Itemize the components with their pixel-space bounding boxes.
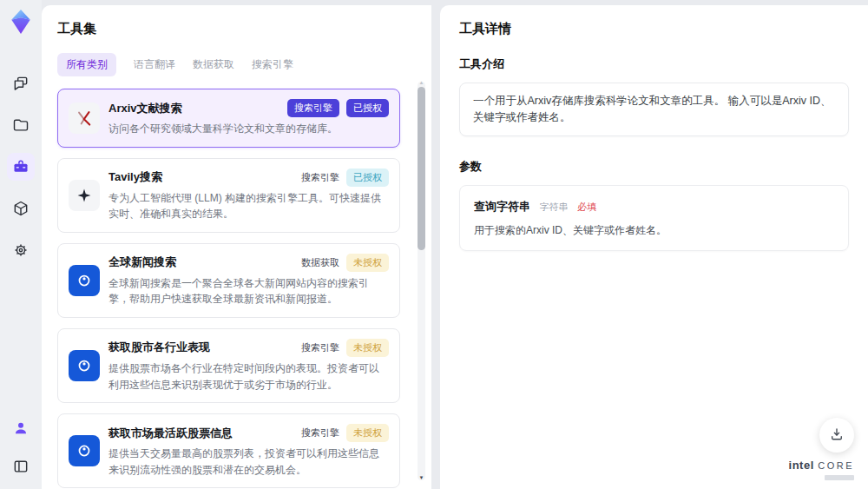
scrollbar[interactable]: ▲ ▼ — [418, 82, 425, 480]
tool-name: Tavily搜索 — [108, 169, 162, 185]
tool-card[interactable]: 获取市场最活跃股票信息搜索引擎未授权提供当天交易量最高的股票列表，投资者可以利用… — [57, 413, 400, 488]
ring-icon — [69, 265, 100, 296]
sidebar-item-files[interactable] — [7, 111, 35, 139]
category-tab[interactable]: 所有类别 — [57, 53, 116, 76]
param-header: 查询字符串 字符串 必填 — [474, 198, 834, 215]
arxiv-icon — [69, 102, 100, 134]
page-title: 工具集 — [57, 21, 419, 37]
tool-status-badge: 未授权 — [346, 339, 389, 357]
ring-icon — [69, 435, 100, 466]
tool-status-badge: 已授权 — [346, 99, 389, 117]
ring-icon — [69, 350, 100, 381]
tool-description: 访问各个研究领域大量科学论文和文章的存储库。 — [108, 121, 389, 137]
tool-description: 专为人工智能代理 (LLM) 构建的搜索引擎工具。可快速提供实时、准确和真实的结… — [108, 190, 389, 222]
tool-description: 全球新闻搜索是一个聚合全球各大新闻网站内容的搜索引擎，帮助用户快速获取全球最新资… — [108, 275, 389, 307]
app-sidebar — [0, 0, 42, 489]
scrollbar-thumb[interactable] — [418, 87, 425, 250]
main-area: 工具集 所有类别语言翻译数据获取搜索引擎 Arxiv文献搜索搜索引擎已授权访问各… — [42, 0, 868, 489]
tool-category-badge: 搜索引擎 — [301, 339, 339, 357]
briefcase-icon — [12, 158, 30, 175]
sidebar-item-settings[interactable] — [7, 236, 35, 264]
user-icon — [12, 420, 30, 437]
tool-intro-box: 一个用于从Arxiv存储库搜索科学论文和文章的工具。 输入可以是Arxiv ID… — [459, 83, 849, 136]
tool-status-badge: 已授权 — [346, 169, 389, 187]
tavily-icon — [69, 180, 100, 211]
core-wordmark: CORE — [818, 460, 854, 471]
sidebar-item-tools[interactable] — [7, 153, 35, 181]
tool-category-badge: 搜索引擎 — [301, 424, 339, 442]
tool-description: 提供当天交易量最高的股票列表，投资者可以利用这些信息来识别流动性强的股票和潜在的… — [108, 446, 389, 478]
cube-icon — [12, 200, 30, 217]
params-heading: 参数 — [459, 159, 849, 175]
sidebar-item-models[interactable] — [7, 195, 35, 222]
tool-card[interactable]: 全球新闻搜索数据获取未授权全球新闻搜索是一个聚合全球各大新闻网站内容的搜索引擎，… — [57, 243, 400, 318]
category-tabs: 所有类别语言翻译数据获取搜索引擎 — [57, 53, 419, 76]
tool-name: Arxiv文献搜索 — [108, 101, 182, 116]
sidebar-item-account[interactable] — [7, 414, 35, 442]
tool-detail-panel: 工具详情 工具介绍 一个用于从Arxiv存储库搜索科学论文和文章的工具。 输入可… — [440, 5, 868, 489]
tool-card[interactable]: 获取股市各行业表现搜索引擎未授权提供股票市场各个行业在特定时间段内的表现。投资者… — [57, 328, 400, 403]
scrollbar-up-arrow-icon[interactable]: ▲ — [418, 80, 425, 85]
tool-name: 获取市场最活跃股票信息 — [108, 426, 233, 441]
param-name: 查询字符串 — [474, 200, 530, 213]
sidebar-nav — [7, 69, 35, 264]
tool-status-badge: 未授权 — [346, 254, 389, 272]
tool-name: 全球新闻搜索 — [108, 254, 176, 270]
category-tab[interactable]: 数据获取 — [193, 53, 234, 76]
tool-category-badge: 搜索引擎 — [301, 169, 339, 187]
tool-category-badge: 搜索引擎 — [287, 99, 339, 117]
param-required-badge: 必填 — [577, 202, 596, 212]
tool-card[interactable]: Tavily搜索搜索引擎已授权专为人工智能代理 (LLM) 构建的搜索引擎工具。… — [57, 158, 400, 233]
download-icon — [829, 426, 845, 445]
app-logo-icon — [8, 9, 34, 35]
tool-description: 提供股票市场各个行业在特定时间段内的表现。投资者可以利用这些信息来识别表现优于或… — [108, 360, 389, 393]
category-tab[interactable]: 搜索引擎 — [252, 53, 293, 76]
chat-icon — [12, 75, 30, 92]
intel-wordmark: intel — [789, 459, 814, 472]
toolset-panel: 工具集 所有类别语言翻译数据获取搜索引擎 Arxiv文献搜索搜索引擎已授权访问各… — [42, 5, 431, 489]
param-type: 字符串 — [539, 202, 568, 212]
tool-card[interactable]: Arxiv文献搜索搜索引擎已授权访问各个研究领域大量科学论文和文章的存储库。 — [57, 89, 400, 148]
intel-core-logo: intel CORE — [789, 457, 854, 480]
tool-list: Arxiv文献搜索搜索引擎已授权访问各个研究领域大量科学论文和文章的存储库。Ta… — [57, 89, 419, 489]
download-button[interactable] — [819, 418, 854, 453]
sidebar-item-chat[interactable] — [7, 69, 35, 97]
folder-icon — [12, 116, 30, 134]
sidebar-item-panel-toggle[interactable] — [7, 453, 35, 480]
gear-icon — [12, 241, 30, 259]
category-tab[interactable]: 语言翻译 — [134, 53, 175, 76]
scrollbar-down-arrow-icon[interactable]: ▼ — [418, 475, 425, 480]
intel-sub-badge — [825, 475, 854, 480]
tool-status-badge: 未授权 — [346, 424, 389, 442]
param-description: 用于搜索的Arxiv ID、关键字或作者姓名。 — [474, 223, 834, 238]
tool-category-badge: 数据获取 — [301, 254, 339, 272]
intro-heading: 工具介绍 — [459, 56, 849, 72]
panel-toggle-icon — [12, 458, 30, 475]
sidebar-bottom — [7, 414, 35, 480]
tool-name: 获取股市各行业表现 — [108, 340, 210, 355]
param-card: 查询字符串 字符串 必填 用于搜索的Arxiv ID、关键字或作者姓名。 — [459, 185, 849, 251]
detail-title: 工具详情 — [459, 21, 849, 37]
app-window: 工具集 所有类别语言翻译数据获取搜索引擎 Arxiv文献搜索搜索引擎已授权访问各… — [0, 0, 868, 489]
